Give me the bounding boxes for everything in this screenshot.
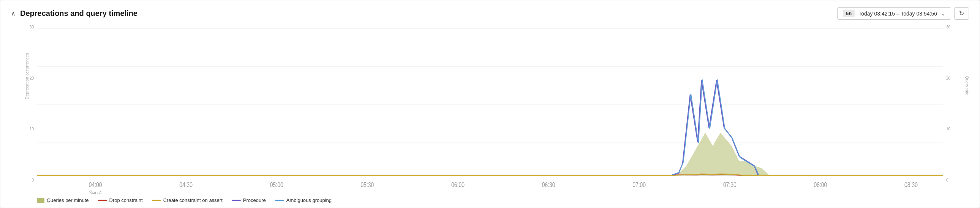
legend-label-drop-constraint: Drop constraint xyxy=(110,197,143,203)
deprecations-panel: ∧ Deprecations and query timeline 5h Tod… xyxy=(0,0,980,208)
legend: Queries per minute Drop constraint Creat… xyxy=(11,194,969,208)
legend-item-drop-constraint: Drop constraint xyxy=(98,197,143,203)
y-tick-10-left: 10 xyxy=(30,127,37,131)
time-selector[interactable]: 5h Today 03:42:15 – Today 08:54:56 ⌄ xyxy=(837,7,951,20)
legend-label-create-constraint: Create constraint on assert xyxy=(163,197,223,203)
legend-label-ambiguous: Ambiguous grouping xyxy=(286,197,332,203)
legend-swatch-queries xyxy=(37,198,45,203)
svg-text:08:00: 08:00 xyxy=(814,181,827,189)
chart-area: 30 20 10 0 Deprecation occurrences xyxy=(0,24,980,208)
y-axis-right-label: Query rate xyxy=(965,69,969,103)
chart-wrapper: 30 20 10 0 Deprecation occurrences xyxy=(11,24,969,194)
y-tick-30-right: 30 xyxy=(943,25,950,29)
legend-item-create-constraint: Create constraint on assert xyxy=(152,197,223,203)
legend-label-queries: Queries per minute xyxy=(47,197,89,203)
y-axis-right: 30 20 10 0 Query rate xyxy=(943,24,969,194)
refresh-button[interactable]: ↻ xyxy=(954,7,969,20)
ambiguous-grouping-line xyxy=(37,80,943,175)
time-range-text: Today 03:42:15 – Today 08:54:56 xyxy=(858,11,937,17)
collapse-icon[interactable]: ∧ xyxy=(11,10,16,17)
svg-text:07:00: 07:00 xyxy=(632,181,646,189)
y-tick-10-right: 10 xyxy=(943,127,950,131)
svg-text:07:30: 07:30 xyxy=(723,181,737,189)
chart-inner: 04:00 Sep 4 04:30 05:00 05:30 06:00 06:3… xyxy=(37,24,943,194)
y-axis-left: 30 20 10 0 Deprecation occurrences xyxy=(11,24,37,194)
panel-title-area: ∧ Deprecations and query timeline xyxy=(11,9,137,18)
legend-item-queries: Queries per minute xyxy=(37,197,89,203)
svg-text:04:00: 04:00 xyxy=(89,181,102,189)
y-tick-0-left: 0 xyxy=(32,178,37,182)
legend-line-drop-constraint xyxy=(98,200,107,201)
svg-text:Sep 4: Sep 4 xyxy=(89,190,102,194)
time-badge: 5h xyxy=(843,10,855,17)
svg-text:08:30: 08:30 xyxy=(904,181,918,189)
y-tick-0-right: 0 xyxy=(943,178,948,182)
legend-line-create-constraint xyxy=(152,200,161,201)
y-axis-left-label: Deprecation occurrences xyxy=(25,50,29,103)
panel-header: ∧ Deprecations and query timeline 5h Tod… xyxy=(0,0,980,24)
main-chart-svg: 04:00 Sep 4 04:30 05:00 05:30 06:00 06:3… xyxy=(37,24,943,194)
legend-line-ambiguous xyxy=(275,200,284,201)
chevron-down-icon: ⌄ xyxy=(941,11,945,17)
svg-text:04:30: 04:30 xyxy=(179,181,192,189)
legend-item-ambiguous: Ambiguous grouping xyxy=(275,197,332,203)
create-constraint-line xyxy=(37,174,943,175)
svg-text:06:30: 06:30 xyxy=(542,181,555,189)
panel-title: Deprecations and query timeline xyxy=(20,9,137,18)
svg-text:06:00: 06:00 xyxy=(451,181,465,189)
legend-label-procedure: Procedure xyxy=(243,197,266,203)
procedure-line xyxy=(37,80,943,175)
y-tick-30-left: 30 xyxy=(30,25,37,29)
svg-text:05:00: 05:00 xyxy=(270,181,283,189)
y-tick-20-left: 20 xyxy=(30,76,37,80)
legend-item-procedure: Procedure xyxy=(232,197,266,203)
legend-line-procedure xyxy=(232,200,241,201)
svg-text:05:30: 05:30 xyxy=(361,181,374,189)
time-control: 5h Today 03:42:15 – Today 08:54:56 ⌄ ↻ xyxy=(837,7,969,20)
y-tick-20-right: 20 xyxy=(943,76,950,80)
